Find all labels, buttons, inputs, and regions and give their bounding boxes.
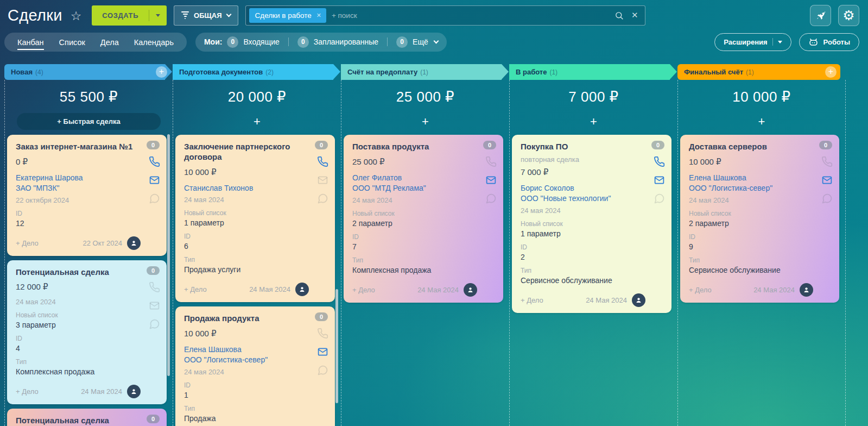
- tab-activities[interactable]: Дела: [100, 34, 119, 50]
- assignee-avatar[interactable]: [127, 385, 141, 398]
- extensions-button[interactable]: Расширения: [714, 33, 791, 51]
- search-filter-tag[interactable]: Сделки в работе ✕: [249, 8, 326, 23]
- mail-icon[interactable]: [485, 174, 497, 186]
- contact-link[interactable]: Борис Соколов: [521, 183, 645, 193]
- deal-title[interactable]: Потенциальная сделка: [16, 416, 141, 426]
- phone-icon[interactable]: [149, 156, 160, 167]
- chat-icon[interactable]: [317, 365, 328, 376]
- contact-link[interactable]: Станислав Тихонов: [184, 183, 309, 193]
- add-activity-link[interactable]: + Дело: [16, 239, 39, 247]
- create-button[interactable]: СОЗДАТЬ: [92, 5, 167, 26]
- robots-button[interactable]: Роботы: [799, 33, 859, 51]
- deal-card[interactable]: 0 Потенциальная сделка 12 000 ₽ 24 мая 2…: [7, 260, 167, 405]
- assignee-avatar[interactable]: [295, 283, 309, 296]
- favorite-star-icon[interactable]: ☆: [71, 9, 82, 23]
- settings-button[interactable]: ⚙: [838, 5, 859, 26]
- phone-icon[interactable]: [317, 156, 328, 167]
- column-add-button[interactable]: +: [156, 66, 167, 78]
- filter-preset-label: ОБЩАЯ: [194, 11, 221, 20]
- deal-title[interactable]: Потенциальная сделка: [16, 267, 141, 278]
- mail-icon[interactable]: [317, 346, 328, 358]
- create-dropdown-button[interactable]: [149, 14, 167, 17]
- contact-link[interactable]: Екатерина Шарова: [16, 173, 141, 183]
- column-header[interactable]: Счёт на предоплату (1): [341, 64, 502, 80]
- field-label: Новый список: [16, 311, 141, 319]
- deal-title[interactable]: Продажа продукта: [184, 314, 309, 324]
- clear-search-icon[interactable]: ✕: [631, 10, 638, 20]
- deal-card[interactable]: 0 Потенциальная сделка 18 500 ₽ Глеб Тит…: [7, 409, 167, 426]
- phone-icon[interactable]: [149, 281, 160, 293]
- deal-card[interactable]: 0 Доставка серверов 10 000 ₽ Елена Шашко…: [680, 135, 839, 303]
- contact-link[interactable]: ООО "Логистика-север": [184, 355, 309, 365]
- add-activity-link[interactable]: + Дело: [689, 286, 712, 294]
- mail-icon[interactable]: [317, 174, 328, 186]
- column-scrollbar[interactable]: [335, 289, 338, 403]
- counter-planned[interactable]: Запланированные: [314, 37, 378, 46]
- add-card-button[interactable]: +: [422, 115, 429, 129]
- assignee-avatar[interactable]: [632, 293, 645, 307]
- search-input[interactable]: + поиск: [332, 11, 609, 20]
- contact-link[interactable]: Елена Шашкова: [184, 344, 309, 355]
- column-header[interactable]: Подготовка документов (2): [173, 64, 333, 80]
- filter-preset-button[interactable]: ОБЩАЯ: [174, 5, 238, 26]
- contact-link[interactable]: Елена Шашкова: [689, 173, 813, 183]
- market-apps-button[interactable]: [810, 5, 831, 26]
- chat-icon[interactable]: [149, 318, 160, 330]
- counter-more[interactable]: Ещё: [413, 37, 428, 46]
- column-scrollbar[interactable]: [167, 134, 170, 376]
- deal-date: 24 мая 2024: [521, 206, 645, 215]
- deal-title[interactable]: Поставка продукта: [352, 142, 477, 152]
- deal-amount: 12 000 ₽: [16, 282, 141, 292]
- deal-card[interactable]: 0 Продажа продукта 10 000 ₽ Елена Шашков…: [175, 306, 335, 426]
- add-activity-link[interactable]: + Дело: [184, 285, 207, 293]
- phone-icon[interactable]: [654, 156, 665, 167]
- deal-title[interactable]: Заказ интернет-магазина №1: [16, 142, 141, 152]
- deal-title[interactable]: Заключение партнерского договора: [184, 142, 309, 162]
- assignee-avatar[interactable]: [127, 236, 141, 250]
- column-plus-row: +: [341, 113, 509, 130]
- mail-icon[interactable]: [149, 174, 160, 186]
- search-icon[interactable]: [614, 11, 624, 20]
- add-activity-link[interactable]: + Дело: [521, 296, 543, 304]
- column-header[interactable]: В работе (1): [509, 64, 670, 80]
- chat-icon[interactable]: [821, 193, 833, 204]
- contact-link[interactable]: Олег Филатов: [352, 173, 477, 183]
- quick-deal-button[interactable]: + Быстрая сделка: [17, 113, 161, 130]
- contact-link[interactable]: ООО "МТД Реклама": [352, 183, 477, 193]
- contact-link[interactable]: ЗАО "МПЗК": [16, 183, 141, 193]
- column-header[interactable]: Финальный счёт (1) +: [677, 64, 840, 80]
- chat-icon[interactable]: [485, 193, 497, 204]
- add-card-button[interactable]: +: [254, 115, 261, 129]
- assignee-avatar[interactable]: [464, 283, 477, 297]
- chat-icon[interactable]: [149, 193, 160, 204]
- column-header[interactable]: Новая (4) +: [4, 64, 165, 80]
- counter-incoming[interactable]: Входящие: [243, 37, 279, 46]
- assignee-avatar[interactable]: [800, 283, 813, 297]
- deal-card[interactable]: 0 Поставка продукта 25 000 ₽ Олег Филато…: [344, 135, 503, 303]
- column-add-button[interactable]: +: [825, 66, 837, 78]
- tab-list[interactable]: Список: [59, 34, 85, 50]
- chat-icon[interactable]: [654, 193, 665, 204]
- phone-icon[interactable]: [485, 156, 497, 167]
- add-activity-link[interactable]: + Дело: [16, 387, 39, 396]
- deal-card[interactable]: 0 Заключение партнерского договора 10 00…: [175, 135, 335, 302]
- search-bar[interactable]: Сделки в работе ✕ + поиск ✕: [245, 5, 645, 26]
- tab-kanban[interactable]: Канбан: [17, 34, 44, 50]
- deal-card[interactable]: 0 Покупка ПО повторная сделка 7 000 ₽ Бо…: [512, 135, 671, 313]
- contact-link[interactable]: ООО "Логистика-север": [689, 183, 813, 193]
- add-card-button[interactable]: +: [758, 115, 765, 129]
- add-card-button[interactable]: +: [590, 115, 597, 129]
- mail-icon[interactable]: [149, 300, 160, 311]
- tab-calendar[interactable]: Календарь: [134, 34, 174, 50]
- phone-icon[interactable]: [821, 156, 833, 167]
- deal-card[interactable]: 0 Заказ интернет-магазина №1 0 ₽ Екатери…: [7, 135, 167, 256]
- mail-icon[interactable]: [821, 174, 833, 186]
- phone-icon[interactable]: [317, 328, 328, 339]
- add-activity-link[interactable]: + Дело: [352, 286, 375, 294]
- chat-icon[interactable]: [317, 193, 328, 204]
- remove-tag-icon[interactable]: ✕: [316, 12, 321, 19]
- contact-link[interactable]: ООО "Новые технологии": [521, 193, 645, 204]
- deal-title[interactable]: Доставка серверов: [689, 142, 813, 152]
- mail-icon[interactable]: [654, 174, 665, 186]
- deal-title[interactable]: Покупка ПО: [521, 142, 645, 152]
